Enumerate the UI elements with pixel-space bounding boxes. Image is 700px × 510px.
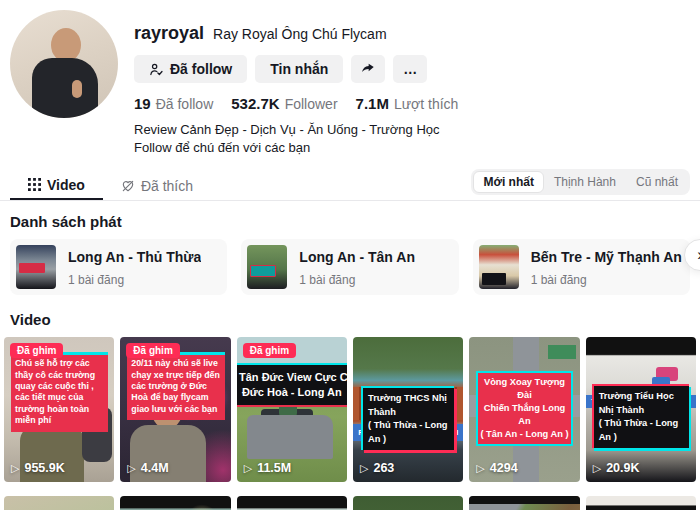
playlist-card-tan-an[interactable]: Long An - Tân An 1 bài đăng [241, 239, 458, 295]
sort-segmented-control: Mới nhất Thịnh Hành Cũ nhất [471, 169, 690, 195]
avatar[interactable] [10, 10, 118, 118]
play-outline-icon: ▷ [127, 462, 135, 475]
video-thumbnail[interactable]: Đã ghim 20/11 này chú sẽ live chạy xe tr… [120, 337, 230, 482]
video-thumbnail[interactable] [120, 496, 230, 510]
more-button[interactable]: … [393, 55, 427, 83]
video-thumbnail[interactable] [469, 496, 579, 510]
view-count: ▷ 11.5M [244, 461, 292, 475]
video-thumbnail[interactable] [4, 496, 114, 510]
video-thumbnail[interactable] [237, 496, 347, 510]
share-icon [360, 61, 376, 77]
view-count: ▷ 955.9K [11, 461, 65, 475]
playlist-thumbnail [16, 245, 56, 289]
stat-likes[interactable]: 7.1M Lượt thích [356, 95, 459, 112]
profile-nickname: Ray Royal Ông Chú Flycam [213, 26, 387, 42]
play-outline-icon: ▷ [360, 462, 368, 475]
profile-stats: 19 Đã follow 532.7K Follower 7.1M Lượt t… [134, 95, 458, 112]
pinned-badge: Đã ghim [10, 343, 63, 358]
playlist-thumbnail [479, 245, 519, 289]
video-thumbnail[interactable]: G TIỂU HỌC LONG P [353, 496, 463, 510]
message-button[interactable]: Tin nhắn [255, 55, 343, 83]
video-thumbnail[interactable]: Vòng Xoay Tượng Đài Chiến Thắng Long An … [469, 337, 579, 482]
page-title-username: rayroyal [134, 23, 204, 44]
profile-header: rayroyal Ray Royal Ông Chú Flycam Đã fol… [0, 0, 700, 156]
more-icon: … [403, 61, 417, 77]
video-caption: 20/11 này chú sẽ live chạy xe trực tiếp … [127, 352, 224, 420]
video-caption: Vòng Xoay Tượng Đài Chiến Thắng Long An … [476, 371, 572, 446]
videos-section-title: Video [0, 311, 700, 328]
pinned-badge: Đã ghim [126, 343, 179, 358]
tab-video[interactable]: Video [10, 171, 103, 200]
video-caption: Trường THCS Nhị Thành ( Thủ Thừa - Long … [361, 386, 454, 450]
play-outline-icon: ▷ [476, 462, 484, 475]
play-outline-icon: ▷ [244, 462, 252, 475]
view-count: ▷ 4.4M [127, 461, 168, 475]
view-count: ▷ 263 [360, 461, 394, 475]
stat-followers[interactable]: 532.7K Follower [231, 95, 337, 112]
video-thumbnail[interactable]: Trường Tiểu Học Long Khê ( Cần Đước - Lo… [586, 496, 696, 510]
playlist-card-thu-thua[interactable]: Long An - Thủ Thừa 1 bài đăng [10, 239, 227, 295]
tab-liked[interactable]: Đã thích [103, 171, 211, 200]
view-count: ▷ 20.9K [593, 461, 640, 475]
sort-oldest[interactable]: Cũ nhất [626, 171, 688, 193]
sort-trending[interactable]: Thịnh Hành [544, 171, 626, 193]
video-caption: Chú sẽ hỗ trợ các thầy cô các trường qua… [11, 352, 108, 432]
person-check-icon [149, 62, 164, 77]
playlist-thumbnail [247, 245, 287, 289]
playlists-section-title: Danh sách phát [0, 213, 700, 230]
video-thumbnail[interactable]: Đã ghim ồ Tân Đức View Cực Ch Đức Hoà - … [237, 337, 347, 482]
tab-bar: Video Đã thích Mới nhất Thịnh Hành Cũ nh… [0, 171, 700, 201]
play-outline-icon: ▷ [11, 462, 19, 475]
sort-newest[interactable]: Mới nhất [473, 171, 544, 193]
grid-icon [28, 178, 41, 191]
view-count: ▷ 4294 [476, 461, 517, 475]
profile-bio: Review Cảnh Đẹp - Dịch Vụ - Ăn Uống - Tr… [134, 121, 458, 156]
share-button[interactable] [351, 55, 385, 83]
video-caption: ồ Tân Đức View Cực Ch Đức Hoà - Long An [237, 363, 347, 407]
playlist-card-my-thanh-an[interactable]: Bến Tre - Mỹ Thạnh An 1 bài đăng [473, 239, 690, 295]
video-caption: Trường Tiểu Học Nhị Thành ( Thủ Thừa - L… [592, 384, 689, 448]
pinned-badge: Đã ghim [243, 343, 296, 358]
avatar-photo [51, 28, 81, 62]
stat-following[interactable]: 19 Đã follow [134, 95, 213, 112]
video-thumbnail[interactable]: Đã ghim Chú sẽ hỗ trợ các thầy cô các tr… [4, 337, 114, 482]
play-outline-icon: ▷ [593, 462, 601, 475]
video-thumbnail[interactable]: TRƯỜNG TIỂU HỌC NHỊ THÀNH Trường Tiểu Họ… [586, 337, 696, 482]
video-grid: Đã ghim Chú sẽ hỗ trợ các thầy cô các tr… [0, 337, 700, 510]
video-thumbnail[interactable]: RUỒNG THCS NHỊ THÀNH Trường THCS Nhị Thà… [353, 337, 463, 482]
playlists-row: Long An - Thủ Thừa 1 bài đăng Long An - … [0, 239, 700, 295]
follow-button[interactable]: Đã follow [134, 55, 247, 83]
heart-slash-icon [121, 179, 135, 193]
